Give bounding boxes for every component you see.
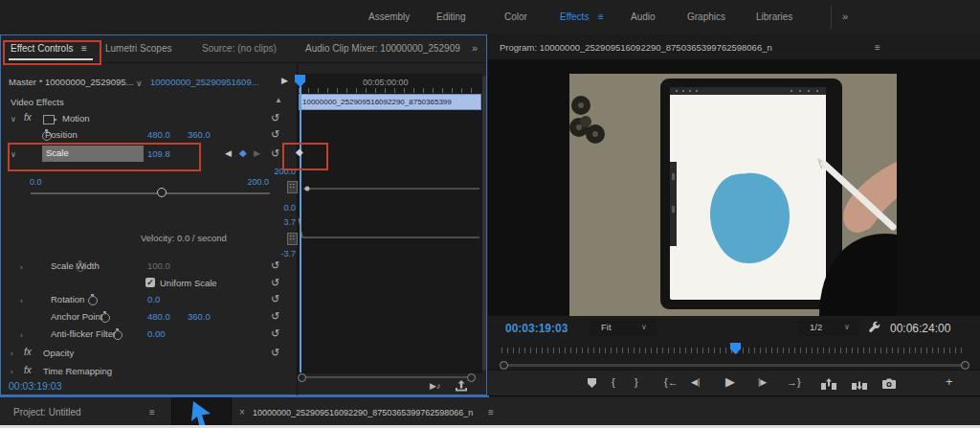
export-frame-camera-icon[interactable] — [882, 378, 896, 389]
prev-keyframe-icon[interactable]: ◀ — [225, 148, 232, 158]
clip-selector-label[interactable]: 10000000_25290951609... — [150, 77, 259, 87]
effects-tab-menu-icon[interactable]: ≡ — [598, 11, 604, 22]
program-video-viewport[interactable] — [488, 59, 980, 316]
program-scrollbar-left-handle[interactable] — [500, 361, 508, 370]
workspace-tab-assembly[interactable]: Assembly — [368, 11, 410, 22]
play-audio-icon[interactable]: ▶♪ — [430, 381, 440, 391]
lift-icon[interactable] — [821, 378, 836, 390]
workspace-tab-editing[interactable]: Editing — [436, 11, 466, 22]
reset-anchor-point-icon[interactable]: ↺ — [271, 311, 279, 321]
clip-nav-next-icon[interactable]: ▶ — [281, 76, 288, 85]
settings-wrench-icon[interactable] — [868, 321, 880, 333]
project-panel-menu-icon[interactable]: ≡ — [149, 407, 155, 417]
ecp-ruler-ticks[interactable] — [299, 88, 480, 93]
ecp-hscrollbar-track[interactable] — [302, 376, 471, 378]
rotation-value[interactable]: 0.0 — [147, 294, 160, 304]
motion-fx-badge-icon: fx — [24, 112, 32, 123]
scale-slider-track[interactable] — [31, 192, 270, 194]
anchor-point-x-value[interactable]: 480.0 — [147, 311, 170, 322]
workspace-tab-effects[interactable]: Effects — [560, 11, 589, 22]
step-back-icon[interactable]: ◀| — [691, 377, 700, 387]
playback-resolution-select[interactable]: 1/2 ∨ — [798, 319, 859, 336]
workspace-bar: Assembly Editing Color Effects ≡ Audio G… — [0, 0, 980, 35]
master-chevron-down-icon[interactable]: ∨ — [136, 79, 143, 88]
anchor-point-y-value[interactable]: 360.0 — [188, 311, 211, 322]
opacity-expand-icon[interactable]: › — [11, 349, 13, 358]
position-x-value[interactable]: 480.0 — [147, 129, 170, 140]
opacity-fx-badge-icon: fx — [24, 347, 32, 357]
project-panel-tab[interactable]: Project: Untitled ≡ — [0, 397, 172, 428]
reset-position-icon[interactable]: ↺ — [271, 129, 279, 139]
program-scrollbar-track[interactable] — [505, 364, 965, 367]
reset-uniform-scale-icon[interactable]: ↺ — [271, 278, 279, 287]
collapse-section-icon[interactable]: ▲ — [275, 96, 282, 104]
ecp-clip-name: 10000000_252909516092290_8750365399 — [300, 95, 480, 109]
zoom-level-select[interactable]: Fit ∨ — [590, 319, 657, 336]
ecp-hscrollbar-right-handle[interactable] — [467, 373, 476, 382]
workspace-tab-graphics[interactable]: Graphics — [687, 11, 725, 22]
anchor-point-label[interactable]: Anchor Point — [51, 311, 102, 322]
reset-opacity-icon[interactable]: ↺ — [271, 348, 279, 357]
program-panel-menu-icon[interactable]: ≡ — [875, 42, 880, 53]
go-to-in-icon[interactable]: {← — [664, 376, 679, 388]
opacity-effect-label[interactable]: Opacity — [43, 348, 74, 358]
add-marker-icon[interactable] — [588, 378, 596, 388]
anti-flicker-value[interactable]: 0.00 — [147, 328, 166, 339]
anti-flicker-label[interactable]: Anti-flicker Filter — [51, 328, 116, 339]
ecp-timeline-clip-bar[interactable]: 10000000_252909516092290_8750365399 — [299, 94, 481, 110]
tab-source[interactable]: Source: (no clips) — [202, 43, 277, 54]
value-graph-keyframe-dot[interactable] — [305, 187, 310, 191]
close-sequence-icon[interactable]: × — [239, 407, 245, 417]
ecp-playhead-timecode[interactable]: 00:03:19:03 — [9, 380, 61, 392]
program-scrollbar-right-handle[interactable] — [961, 361, 969, 370]
next-keyframe-icon[interactable]: ▶ — [254, 148, 260, 158]
mark-out-icon[interactable]: } — [635, 376, 638, 388]
mark-in-icon[interactable]: { — [612, 376, 615, 388]
scale-width-expand-icon[interactable]: › — [20, 263, 23, 272]
rotation-expand-icon[interactable]: › — [20, 297, 23, 305]
tab-lumetri-scopes[interactable]: Lumetri Scopes — [105, 43, 171, 54]
workspace-tab-libraries[interactable]: Libraries — [756, 11, 792, 22]
play-button-icon[interactable]: ▶ — [725, 374, 735, 389]
export-keyframes-icon[interactable] — [455, 380, 468, 393]
rotation-stopwatch-icon[interactable] — [88, 296, 98, 305]
uniform-scale-checkbox[interactable]: ✓ — [145, 278, 155, 287]
program-timecode[interactable]: 00:03:19:03 — [505, 322, 568, 335]
time-remapping-label[interactable]: Time Remapping — [43, 366, 112, 376]
reset-scale-icon[interactable]: ↺ — [271, 148, 279, 158]
step-forward-icon[interactable]: |▶ — [758, 377, 767, 387]
timeline-panel-menu-icon[interactable]: ≡ — [488, 407, 494, 417]
timeline-panel-tab[interactable]: × 10000000_252909516092290_8750365399762… — [232, 397, 980, 428]
value-graph-toggle-icon[interactable]: ∷ — [287, 181, 298, 193]
panel-tab-overflow-chevron2[interactable]: » — [472, 42, 478, 54]
reset-rotation-icon[interactable]: ↺ — [271, 294, 279, 304]
rotation-label[interactable]: Rotation — [51, 294, 84, 304]
ecp-vscrollbar[interactable] — [482, 76, 486, 371]
motion-effect-label[interactable]: Motion — [62, 113, 90, 124]
workspace-tab-color[interactable]: Color — [504, 11, 527, 22]
extract-icon[interactable] — [852, 378, 867, 390]
add-keyframe-icon[interactable]: ◆ — [239, 147, 247, 158]
reset-motion-icon[interactable]: ↺ — [271, 113, 279, 123]
scale-width-label[interactable]: Scale Width — [51, 260, 100, 271]
go-to-out-icon[interactable]: →} — [787, 376, 801, 388]
reset-scale-width-icon[interactable]: ↺ — [271, 260, 279, 270]
selection-tool-icon[interactable] — [189, 401, 212, 428]
position-y-value[interactable]: 360.0 — [188, 129, 211, 140]
position-label[interactable]: Position — [45, 129, 78, 140]
master-clip-label[interactable]: Master * 10000000_2529095... — [9, 77, 133, 87]
procreate-toolbar — [670, 87, 826, 95]
ecp-hscrollbar-left-handle[interactable] — [298, 373, 306, 382]
workspace-tab-audio[interactable]: Audio — [631, 11, 656, 22]
reset-anti-flicker-icon[interactable]: ↺ — [271, 328, 279, 338]
velocity-graph-toggle-icon[interactable]: ∷ — [287, 233, 298, 245]
scale-width-value[interactable]: 100.0 — [147, 260, 170, 271]
workspace-overflow-chevron[interactable]: » — [842, 11, 848, 22]
time-remapping-expand-icon[interactable]: › — [11, 368, 13, 376]
tab-audio-clip-mixer[interactable]: Audio Clip Mixer: 10000000_252909 — [305, 43, 460, 54]
motion-expand-icon[interactable]: ∨ — [11, 115, 16, 124]
slider-min-label: 0.0 — [30, 177, 42, 187]
scale-slider-handle[interactable] — [157, 188, 167, 197]
anti-flicker-expand-icon[interactable]: › — [20, 331, 23, 340]
button-editor-plus-icon[interactable]: + — [946, 374, 953, 389]
